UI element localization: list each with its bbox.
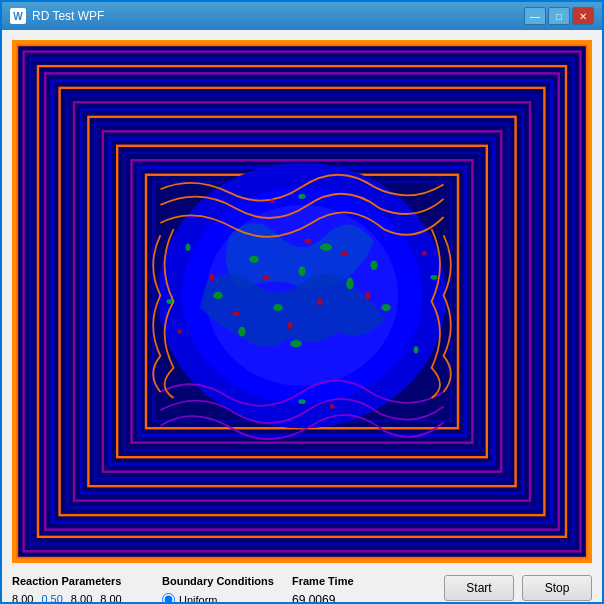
- title-bar: W RD Test WPF — □ ✕: [2, 2, 602, 30]
- btn-row: Start Stop: [444, 575, 592, 601]
- close-button[interactable]: ✕: [572, 7, 594, 25]
- svg-point-38: [288, 322, 293, 329]
- svg-point-49: [177, 329, 182, 334]
- svg-point-32: [290, 340, 302, 347]
- maximize-button[interactable]: □: [548, 7, 570, 25]
- svg-point-50: [422, 251, 427, 256]
- svg-point-30: [213, 292, 223, 299]
- svg-point-45: [298, 194, 305, 199]
- bottom-panel: Reaction Parameters 8.00 0.50 8.00 8.00 …: [12, 571, 592, 604]
- minimize-button[interactable]: —: [524, 7, 546, 25]
- svg-point-39: [232, 311, 239, 316]
- svg-point-26: [298, 266, 305, 276]
- param-values-row: 8.00 0.50 8.00 8.00: [12, 593, 152, 604]
- svg-point-51: [270, 199, 275, 204]
- svg-point-41: [304, 239, 311, 244]
- reaction-parameters-section: Reaction Parameters 8.00 0.50 8.00 8.00 …: [12, 575, 152, 604]
- bc-uniform-label: Uniform: [179, 594, 218, 605]
- svg-point-31: [370, 260, 377, 270]
- svg-point-25: [249, 256, 259, 263]
- svg-point-28: [273, 304, 283, 311]
- svg-point-34: [381, 304, 391, 311]
- svg-point-27: [320, 244, 332, 251]
- svg-point-48: [414, 346, 419, 353]
- bc-uniform-radio[interactable]: [162, 593, 175, 604]
- action-buttons-area: Start Stop: [444, 575, 592, 604]
- window-icon: W: [10, 8, 26, 24]
- content-area: Reaction Parameters 8.00 0.50 8.00 8.00 …: [2, 30, 602, 604]
- svg-point-36: [318, 298, 323, 305]
- stop-button[interactable]: Stop: [522, 575, 592, 601]
- frame-time-label: Frame Time: [292, 575, 372, 587]
- boundary-conditions-section: Boundary Conditions Uniform XGradient YG…: [162, 575, 282, 604]
- frame-time-section: Frame Time 69.0069: [292, 575, 372, 604]
- main-window: W RD Test WPF — □ ✕: [0, 0, 604, 604]
- visualization-area: [12, 40, 592, 563]
- window-controls: — □ ✕: [524, 7, 594, 25]
- bc-uniform-option[interactable]: Uniform: [162, 593, 282, 604]
- rd-visualization: [14, 42, 590, 561]
- svg-point-37: [340, 251, 347, 256]
- start-button[interactable]: Start: [444, 575, 514, 601]
- svg-point-42: [210, 274, 215, 281]
- svg-point-40: [366, 292, 371, 299]
- k1-value: 8.00: [12, 593, 33, 604]
- svg-point-47: [186, 244, 191, 251]
- frame-time-value: 69.0069: [292, 593, 372, 604]
- boundary-radio-group: Uniform XGradient YGradient XSine: [162, 593, 282, 604]
- svg-point-29: [346, 277, 353, 289]
- svg-point-52: [330, 404, 335, 409]
- svg-point-46: [298, 399, 305, 404]
- svg-point-33: [238, 327, 245, 337]
- svg-point-44: [430, 275, 437, 280]
- k2-value: 8.00: [71, 593, 92, 604]
- boundary-conditions-title: Boundary Conditions: [162, 575, 282, 587]
- w1-value: 0.50: [41, 593, 62, 604]
- svg-point-35: [262, 275, 269, 280]
- w2-value: 8.00: [100, 593, 121, 604]
- reaction-params-title: Reaction Parameters: [12, 575, 152, 587]
- window-title: RD Test WPF: [32, 9, 524, 23]
- svg-point-43: [166, 299, 173, 304]
